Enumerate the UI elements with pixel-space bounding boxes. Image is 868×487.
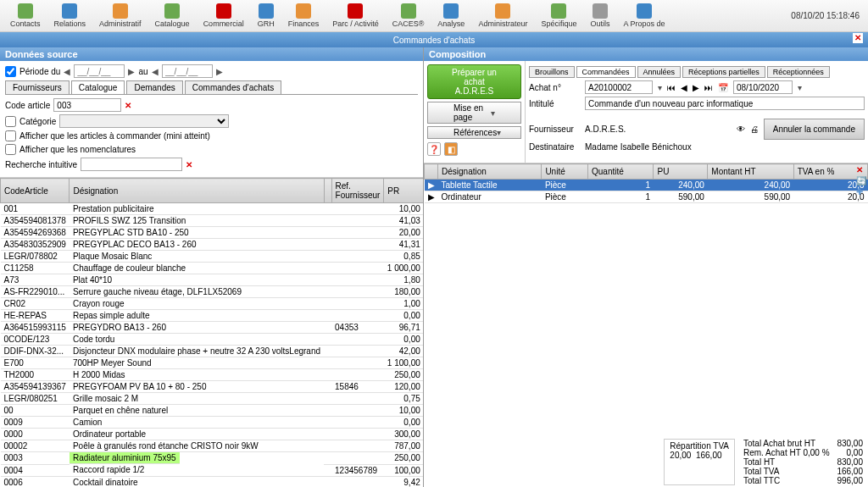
references-button[interactable]: Références▾: [427, 126, 521, 139]
toolbar-commercial[interactable]: Commercial: [197, 2, 251, 30]
table-row[interactable]: A354830352909PREGYPLAC DECO BA13 - 26041…: [1, 239, 424, 251]
compo-tab-commandées[interactable]: Commandées: [576, 66, 636, 78]
search-input[interactable]: [81, 158, 182, 171]
toolbar-finances[interactable]: Finances: [281, 2, 326, 30]
toolbar-aproposde[interactable]: A Propos de: [616, 2, 671, 30]
delete-row-icon[interactable]: ✕: [856, 165, 866, 174]
category-checkbox[interactable]: [5, 116, 16, 127]
toolbar-grh[interactable]: GRH: [251, 2, 281, 30]
nomenclatures-checkbox[interactable]: [5, 144, 16, 155]
nav-next-icon[interactable]: ▶: [693, 83, 699, 92]
periode-label: Période du: [19, 67, 60, 76]
left-section-header: Données source: [0, 47, 423, 61]
nav-prev-icon[interactable]: ◀: [681, 83, 687, 92]
toolbar-spcifique[interactable]: Spécifique: [534, 2, 583, 30]
toolbar-administrateur[interactable]: Administrateur: [471, 2, 534, 30]
category-select[interactable]: [59, 114, 229, 128]
add-row-icon[interactable]: ✚: [856, 187, 866, 196]
table-row[interactable]: LEGR/080251Grille mosaic 2 M0,75ASERTEC: [1, 393, 424, 405]
compo-tab-brouillons[interactable]: Brouillons: [529, 66, 575, 78]
table-row[interactable]: 0009Camion0,00APIC: [1, 417, 424, 429]
table-row[interactable]: 0003Radiateur aluminium 75x95250,00ANGEL…: [1, 452, 424, 465]
date-prev-icon-2[interactable]: ◀: [152, 67, 159, 76]
date-next-icon-2[interactable]: ▶: [216, 67, 223, 76]
achat-date-input[interactable]: [733, 80, 793, 94]
window-title: Commandes d'achats: [393, 36, 475, 45]
clear-search-icon[interactable]: ✕: [186, 160, 192, 169]
total-row: Rem. Achat HT 0,00 %0,00: [743, 448, 863, 457]
tab-catalogue[interactable]: Catalogue: [71, 80, 125, 94]
clear-code-icon[interactable]: ✕: [125, 101, 131, 110]
table-row[interactable]: LEGR/078802Plaque Mosaic Blanc0,85SANEF: [1, 251, 424, 263]
order-line-row[interactable]: ▶OrdinateurPièce1590,00590,0020,0: [425, 191, 868, 203]
cancel-order-button[interactable]: Annuler la commande: [764, 119, 865, 140]
table-row[interactable]: 0006Cocktail dinatoire9,42ANGEL MUSIC: [1, 476, 424, 487]
compo-tab-réceptionnées[interactable]: Réceptionnées: [767, 66, 830, 78]
table-row[interactable]: TH2000H 2000 Midas250,00AYG.CONCEPT: [1, 369, 424, 381]
date-next-icon[interactable]: ▶: [128, 67, 135, 76]
window-title-bar: Commandes d'achats ✕: [0, 32, 868, 47]
table-row[interactable]: HE-REPASRepas simple adulte0,00KILOUTOU: [1, 310, 424, 322]
close-icon[interactable]: ✕: [853, 33, 863, 43]
eye-icon[interactable]: 👁: [737, 125, 745, 134]
table-row[interactable]: 001Prestation publicitaire10,00SCHINDLER: [1, 203, 424, 215]
toolbar-administratif[interactable]: Administratif: [92, 2, 148, 30]
toolbar-outils[interactable]: Outils: [583, 2, 616, 30]
table-row[interactable]: A354594081378PROFILS SWZ 125 Transition4…: [1, 215, 424, 227]
refresh-icon[interactable]: 🔄: [856, 176, 866, 185]
intitule-input[interactable]: [585, 97, 865, 110]
compo-tab-annulées[interactable]: Annulées: [637, 66, 682, 78]
nav-last-icon[interactable]: ⏭: [704, 83, 713, 92]
mini-atteint-checkbox[interactable]: [5, 130, 16, 141]
achat-label: Achat n°: [529, 83, 580, 92]
table-row[interactable]: 00002Poêle à granulés rond étanche CRIST…: [1, 440, 424, 452]
help-icon[interactable]: ❓: [427, 142, 441, 156]
table-row[interactable]: 0004Raccord rapide 1/2123456789100,00ANG…: [1, 464, 424, 476]
chevron-down-icon: ▾: [491, 108, 495, 118]
toolbar-analyse[interactable]: Analyse: [431, 2, 471, 30]
table-row[interactable]: CR02Crayon rouge1,00KILOUTOU: [1, 298, 424, 310]
table-row[interactable]: A354594139367PREGYFOAM PV BA 10 + 80 - 2…: [1, 381, 424, 393]
tab-commandes d'achats[interactable]: Commandes d'achats: [185, 80, 281, 94]
nav-first-icon[interactable]: ⏮: [667, 83, 676, 92]
calendar-icon[interactable]: 📅: [718, 83, 728, 92]
table-row[interactable]: DDIF-DNX-32...Disjoncteur DNX modulaire …: [1, 346, 424, 357]
catalogue-grid[interactable]: CodeArticleDésignationRef. FournisseurPR…: [0, 178, 423, 487]
order-line-row[interactable]: ▶Tablette TactilePièce1240,00240,0020,0: [425, 180, 868, 191]
prepare-achat-button[interactable]: Préparer un achat A.D.R.E.S: [427, 64, 521, 99]
table-row[interactable]: A354594269368PREGYPLAC STD BA10 - 25020,…: [1, 227, 424, 239]
toolbar-parcactivit[interactable]: Parc / Activité: [326, 2, 386, 30]
main-toolbar: ContactsRelationsAdministratifCatalogueC…: [0, 0, 868, 32]
table-row[interactable]: A364515993115PREGYDRO BA13 - 2600435396,…: [1, 322, 424, 334]
table-row[interactable]: 0000Ordinateur portable300,00ANGEL MUSIC: [1, 429, 424, 440]
tab-fournisseurs[interactable]: Fournisseurs: [5, 80, 70, 94]
table-row[interactable]: C11258Chauffage de couleur blanche1 000,…: [1, 263, 424, 274]
table-row[interactable]: 0CODE/123Code tordu0,00D&B CONSTRUC...: [1, 334, 424, 346]
dropdown-icon[interactable]: ▾: [658, 83, 662, 92]
date-to[interactable]: [162, 64, 213, 78]
toolbar-caces[interactable]: CACES®: [386, 2, 431, 30]
date-from[interactable]: [74, 64, 125, 78]
print-icon[interactable]: 🖨: [750, 125, 759, 134]
date-dropdown-icon[interactable]: ▾: [798, 83, 802, 92]
achat-number-input[interactable]: [585, 80, 653, 94]
toolbar-catalogue[interactable]: Catalogue: [148, 2, 197, 30]
right-section-header: Composition: [424, 47, 868, 61]
tab-demandes[interactable]: Demandes: [126, 80, 182, 94]
mini-atteint-label: Afficher que les articles à commander (m…: [19, 131, 210, 141]
table-row[interactable]: 00Parquet en chêne naturel10,00ARDOR: [1, 405, 424, 417]
toolbar-contacts[interactable]: Contacts: [3, 2, 47, 30]
periode-checkbox[interactable]: [5, 66, 16, 77]
cube-icon[interactable]: ◧: [444, 142, 458, 156]
mise-en-page-button[interactable]: Mise en page▾: [427, 102, 521, 124]
table-row[interactable]: AS-FR229010...Serrure gauche niveau étag…: [1, 286, 424, 298]
compo-tab-réceptionspartielles[interactable]: Réceptions partielles: [682, 66, 765, 78]
total-row: Total TTC996,00: [743, 476, 863, 485]
table-row[interactable]: A73Plat 40*101,80Marie de BOUVI...: [1, 274, 424, 286]
table-row[interactable]: E700700HP Meyer Sound1 100,00CH CAMBRAI: [1, 357, 424, 369]
date-prev-icon[interactable]: ◀: [64, 67, 70, 76]
code-article-input[interactable]: [53, 98, 121, 112]
toolbar-relations[interactable]: Relations: [47, 2, 93, 30]
search-label: Recherche intuitive: [5, 160, 77, 169]
left-tabs: FournisseursCatalogueDemandesCommandes d…: [5, 80, 418, 95]
